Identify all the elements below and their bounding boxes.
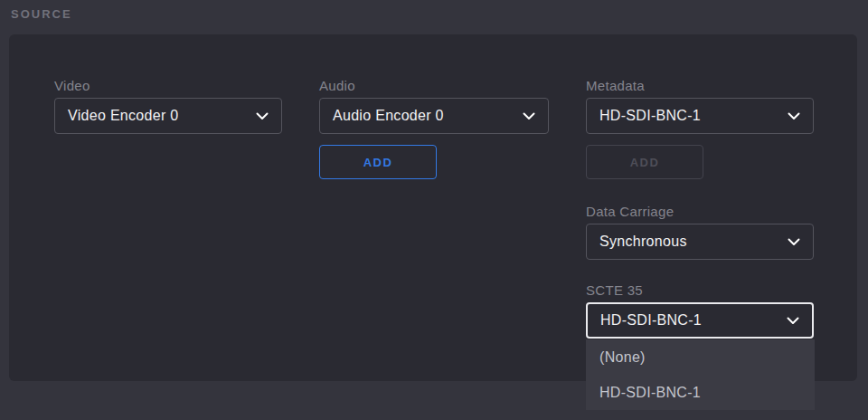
chevron-down-icon — [523, 112, 535, 120]
chevron-down-icon — [256, 112, 269, 120]
page-title: SOURCE — [11, 7, 72, 21]
data-carriage-select-value: Synchronous — [599, 234, 687, 250]
scte35-menu-item-hd-sdi-bnc-1[interactable]: HD-SDI-BNC-1 — [586, 375, 815, 410]
metadata-label: Metadata — [586, 78, 645, 93]
scte35-select-value: HD-SDI-BNC-1 — [600, 312, 702, 329]
metadata-select[interactable]: HD-SDI-BNC-1 — [586, 98, 814, 134]
video-select-value: Video Encoder 0 — [68, 108, 179, 124]
scte35-dropdown-menu: (None) HD-SDI-BNC-1 — [586, 339, 815, 410]
video-label: Video — [54, 78, 90, 93]
audio-select[interactable]: Audio Encoder 0 — [319, 98, 549, 134]
source-settings-page: SOURCE Video Video Encoder 0 Audio Audio… — [0, 0, 868, 420]
chevron-down-icon — [788, 238, 800, 246]
audio-select-value: Audio Encoder 0 — [333, 108, 444, 124]
metadata-select-value: HD-SDI-BNC-1 — [599, 108, 701, 124]
data-carriage-select[interactable]: Synchronous — [586, 224, 814, 260]
chevron-down-icon — [788, 112, 800, 120]
add-metadata-button[interactable]: ADD — [586, 145, 703, 179]
chevron-down-icon — [787, 317, 799, 325]
scte35-label: SCTE 35 — [586, 282, 643, 298]
add-audio-button[interactable]: ADD — [319, 145, 437, 179]
scte35-select[interactable]: HD-SDI-BNC-1 — [586, 302, 814, 339]
video-select[interactable]: Video Encoder 0 — [54, 98, 282, 134]
data-carriage-label: Data Carriage — [586, 204, 674, 219]
scte35-menu-item-none[interactable]: (None) — [586, 339, 815, 375]
audio-label: Audio — [319, 78, 355, 93]
